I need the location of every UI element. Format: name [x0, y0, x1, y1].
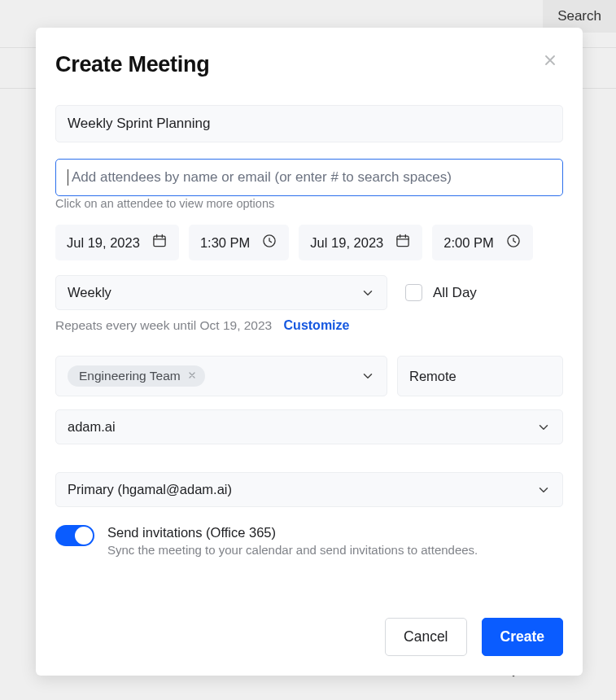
recurrence-value: Weekly — [68, 285, 111, 300]
chevron-down-icon — [536, 420, 551, 435]
calendar-icon — [151, 233, 168, 252]
start-date-value: Jul 19, 2023 — [67, 235, 140, 251]
attendees-hint: Click on an attendee to view more option… — [55, 197, 563, 210]
attendees-input[interactable] — [72, 169, 551, 186]
close-button[interactable] — [542, 52, 563, 72]
start-time-value: 1:30 PM — [200, 235, 250, 251]
calendar-select[interactable]: Primary (hgamal@adam.ai) — [55, 472, 563, 507]
clock-icon — [261, 233, 277, 252]
dialog-title: Create Meeting — [55, 52, 209, 77]
close-icon — [187, 370, 197, 380]
invitations-description: Sync the meeting to your calendar and se… — [107, 543, 478, 557]
team-chip-label: Engineering Team — [79, 369, 181, 383]
workspace-value: adam.ai — [68, 419, 116, 435]
meeting-title-field[interactable] — [55, 105, 563, 142]
attendees-field[interactable] — [55, 159, 563, 196]
text-cursor — [68, 169, 68, 186]
chevron-down-icon — [360, 286, 375, 300]
customize-link[interactable]: Customize — [284, 318, 350, 332]
calendar-icon — [395, 233, 411, 252]
chevron-down-icon — [360, 369, 375, 383]
calendar-value: Primary (hgamal@adam.ai) — [68, 482, 232, 497]
location-field[interactable]: Remote — [397, 356, 563, 396]
end-date-picker[interactable]: Jul 19, 2023 — [299, 225, 422, 260]
svg-rect-0 — [154, 236, 165, 247]
send-invitations-toggle[interactable] — [55, 525, 94, 546]
cancel-button[interactable]: Cancel — [385, 618, 466, 656]
start-time-picker[interactable]: 1:30 PM — [189, 225, 289, 260]
remove-chip-button[interactable] — [187, 369, 197, 383]
location-value: Remote — [409, 369, 457, 384]
svg-rect-2 — [397, 236, 408, 247]
invitations-label: Send invitations (Office 365) — [107, 525, 478, 540]
end-time-picker[interactable]: 2:00 PM — [432, 225, 532, 260]
end-date-value: Jul 19, 2023 — [310, 235, 383, 251]
team-select[interactable]: Engineering Team — [55, 356, 387, 396]
all-day-checkbox[interactable] — [405, 284, 422, 301]
recurrence-select[interactable]: Weekly — [55, 275, 387, 310]
toggle-knob — [75, 527, 93, 545]
workspace-select[interactable]: adam.ai — [55, 409, 563, 444]
start-date-picker[interactable]: Jul 19, 2023 — [55, 225, 179, 260]
end-time-value: 2:00 PM — [443, 235, 493, 251]
team-chip[interactable]: Engineering Team — [68, 365, 205, 387]
meeting-title-input[interactable] — [68, 116, 551, 132]
clock-icon — [505, 233, 522, 252]
chevron-down-icon — [536, 483, 551, 497]
repeat-summary: Repeats every week until Oct 19, 2023 — [55, 318, 272, 332]
create-meeting-dialog: Create Meeting Click on an attendee to v… — [36, 28, 583, 676]
create-button[interactable]: Create — [482, 618, 563, 656]
all-day-label: All Day — [433, 285, 477, 301]
close-icon — [542, 52, 558, 68]
